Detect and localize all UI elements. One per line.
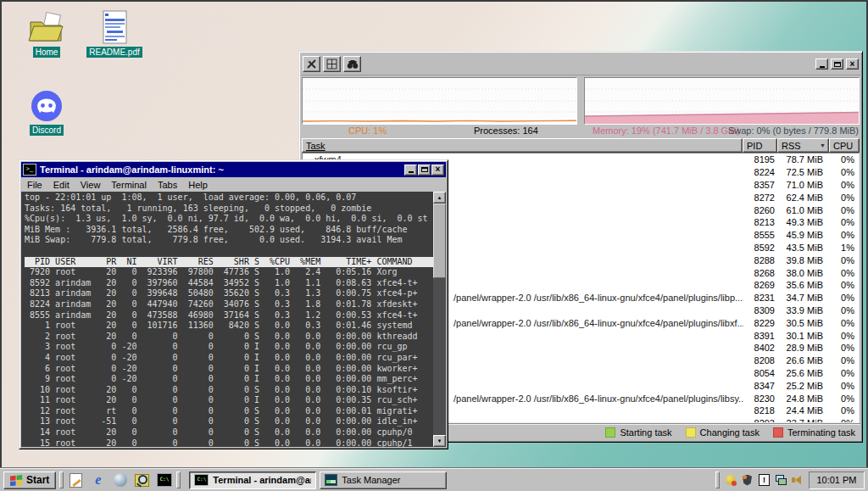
terminal-line — [25, 246, 433, 257]
file-search-launcher[interactable] — [133, 471, 151, 489]
task-rss: 25.6 MiB — [778, 368, 830, 378]
task-cpu: 0% — [830, 418, 859, 423]
terminal-line: 14 root 20 0 0 0 0 S 0.0 0.0 0:00.00 cpu… — [25, 427, 433, 438]
taskbar-clock[interactable]: 10:01 PM — [809, 471, 865, 489]
taskbar-window-button-terminal[interactable]: Terminal - arindam@ari... — [189, 471, 316, 489]
notepad-icon — [70, 473, 82, 488]
task-rss: 61.0 MiB — [778, 205, 830, 215]
terminal-line: 3 root 0 -20 0 0 0 I 0.0 0.0 0:00.00 rcu… — [25, 342, 433, 353]
task-pid: 8357 — [743, 180, 778, 190]
close-button[interactable]: × — [846, 59, 859, 70]
minimize-button[interactable] — [815, 59, 828, 70]
legend-swatch — [686, 427, 696, 438]
task-rss: 45.9 MiB — [778, 230, 830, 240]
column-header-rss[interactable]: RSS▼ — [777, 138, 829, 153]
column-label: RSS — [782, 141, 801, 151]
scroll-down-button[interactable]: ▼ — [433, 435, 446, 447]
notes-launcher[interactable] — [67, 471, 85, 489]
task-pid: 8231 — [743, 293, 778, 303]
task-rss: 30.1 MiB — [778, 331, 830, 341]
scrollbar-thumb[interactable] — [433, 204, 446, 278]
terminal-line: 6 root 0 -20 0 0 0 I 0.0 0.0 0:00.00 kwo… — [25, 364, 433, 375]
terminal-line: PID USER PR NI VIRT RES SHR S %CPU %MEM … — [25, 257, 434, 268]
task-rss: 43.5 MiB — [778, 243, 830, 253]
taskbar-grip[interactable] — [176, 471, 181, 488]
task-rss: 30.5 MiB — [778, 318, 830, 328]
task-cpu: 0% — [830, 293, 859, 303]
task-cpu: 0% — [830, 305, 859, 315]
browser-e-icon: e — [95, 473, 101, 487]
column-header-pid[interactable]: PID — [743, 138, 777, 153]
browser-launcher[interactable]: e — [89, 471, 107, 489]
task-cpu: 0% — [830, 180, 859, 190]
tray-grip[interactable] — [715, 471, 720, 488]
taskbar-grip[interactable] — [59, 471, 64, 488]
taskbar: Start e Terminal - arindam@ari...Task Ma… — [0, 468, 868, 491]
menu-item-view[interactable]: View — [81, 180, 101, 190]
desktop-icon-discord[interactable]: Discord — [20, 90, 73, 136]
terminal-titlebar[interactable]: Terminal - arindam@arindam-linuxmint: ~ … — [21, 162, 446, 177]
task-cpu: 0% — [830, 268, 859, 278]
alert-icon[interactable] — [758, 474, 771, 487]
terminal-line: %Cpu(s): 1.3 us, 1.0 sy, 0.0 ni, 97.7 id… — [25, 214, 433, 225]
terminal-line: Tasks: 164 total, 1 running, 163 sleepin… — [25, 204, 433, 215]
terminal-line: 8592 arindam 20 0 397960 44584 34952 S 1… — [25, 278, 433, 289]
columns-button[interactable] — [323, 56, 341, 72]
usage-graphs — [302, 77, 860, 125]
maximize-button[interactable] — [418, 165, 431, 176]
column-header-cpu[interactable]: CPU — [829, 138, 860, 153]
start-button[interactable]: Start — [3, 471, 56, 489]
desktop-icon-readme[interactable]: README.pdf — [85, 10, 144, 58]
update-manager-icon[interactable] — [724, 474, 737, 487]
taskbar-windows: Terminal - arindam@ari...Task Manager — [189, 471, 447, 489]
menu-item-tabs[interactable]: Tabs — [158, 180, 177, 190]
column-label: PID — [747, 141, 762, 151]
desktop-icon-label: Home — [33, 47, 61, 58]
terminal-window-icon — [23, 164, 36, 176]
pdf-document-icon — [103, 10, 127, 44]
task-rss: 25.2 MiB — [778, 381, 830, 391]
task-cpu: 0% — [830, 405, 859, 416]
column-label: Task — [306, 141, 326, 151]
minimize-button[interactable] — [404, 165, 417, 176]
scroll-up-button[interactable]: ▲ — [433, 192, 446, 204]
desktop: Home README.pdf Discord — [0, 0, 868, 491]
column-header-task[interactable]: Task — [302, 138, 743, 153]
menu-item-edit[interactable]: Edit — [53, 180, 70, 190]
column-label: CPU — [833, 141, 853, 151]
cpu-stat-label: CPU: 1% — [348, 126, 387, 136]
task-cpu: 0% — [830, 280, 859, 290]
task-pid: 8272 — [743, 192, 778, 203]
task-pid: 8293 — [743, 418, 778, 423]
terminal-line: 15 root 20 0 0 0 0 S 0.0 0.0 0:00.00 cpu… — [25, 438, 433, 447]
menu-item-help[interactable]: Help — [188, 180, 208, 190]
terminal-line: 2 root 20 0 0 0 0 S 0.0 0.0 0:00.00 kthr… — [25, 332, 433, 343]
media-launcher[interactable] — [111, 471, 129, 489]
sort-indicator-icon: ▼ — [820, 142, 826, 148]
memory-graph — [584, 77, 860, 125]
legend-item: Changing task — [686, 427, 760, 438]
search-button[interactable] — [343, 56, 361, 72]
task-rss: 24.8 MiB — [778, 393, 830, 404]
task-table-header: TaskPIDRSS▼CPU — [302, 138, 860, 153]
terminal-line: 13 root -51 0 0 0 0 S 0.0 0.0 0:00.00 id… — [25, 416, 433, 427]
firewall-shield-icon[interactable] — [741, 474, 754, 487]
task-cpu: 0% — [830, 343, 859, 353]
terminal-body[interactable]: top - 22:01:01 up 1:08, 1 user, load ave… — [21, 192, 446, 447]
taskbar-window-button-task-manager[interactable]: Task Manager — [320, 471, 447, 489]
task-pid: 8230 — [743, 393, 778, 404]
maximize-button[interactable] — [831, 59, 843, 70]
terminal-launcher[interactable] — [155, 471, 173, 489]
settings-button[interactable] — [303, 56, 320, 72]
window-button-label: Terminal - arindam@ari... — [213, 475, 311, 485]
legend-swatch — [605, 427, 615, 438]
task-cpu: 0% — [830, 368, 859, 378]
menu-item-terminal[interactable]: Terminal — [111, 180, 147, 190]
network-icon[interactable] — [775, 474, 787, 487]
close-button[interactable]: × — [431, 165, 444, 176]
desktop-icon-label: README.pdf — [86, 47, 142, 58]
terminal-scrollbar[interactable]: ▲ ▼ — [433, 192, 446, 447]
volume-icon[interactable] — [792, 474, 804, 487]
menu-item-file[interactable]: File — [27, 180, 42, 190]
desktop-icon-home[interactable]: Home — [20, 12, 73, 58]
